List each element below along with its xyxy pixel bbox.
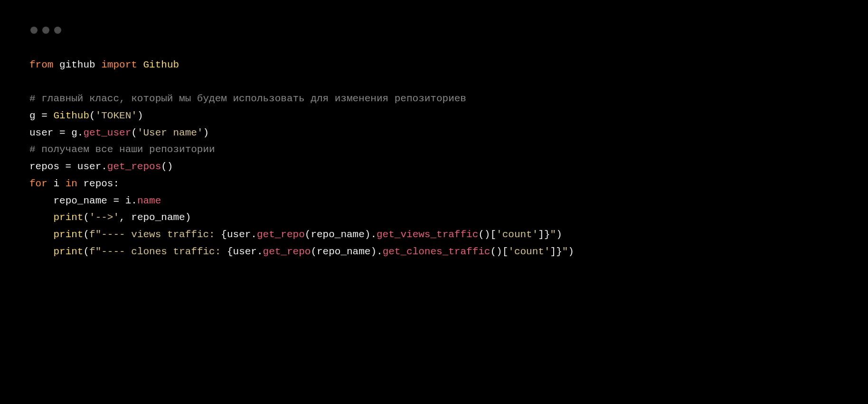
code-line: # получаем все наши репозитории xyxy=(29,144,215,155)
module-name: github xyxy=(59,59,95,70)
fstring-text: ---- views traffic: xyxy=(101,229,221,240)
code-line: print('-->', repo_name) xyxy=(29,212,191,223)
editor-window: from github import Github # главный клас… xyxy=(0,0,868,404)
code-line: g = Github('TOKEN') xyxy=(29,110,143,121)
keyword-in: in xyxy=(66,178,77,189)
function-call: get_clones_traffic xyxy=(383,246,491,257)
comment: # получаем все наши репозитории xyxy=(29,144,215,155)
code-line: repo_name = i.name xyxy=(29,195,161,206)
class-name: Github xyxy=(53,110,89,121)
builtin-print: print xyxy=(53,246,83,257)
attribute: name xyxy=(137,195,161,206)
code-line: # главный класс, который мы будем исполь… xyxy=(29,93,466,104)
builtin-print: print xyxy=(53,229,83,240)
fstring-text: ---- clones traffic: xyxy=(101,246,227,257)
traffic-light-maximize-icon[interactable] xyxy=(54,27,61,34)
code-line: from github import Github xyxy=(29,59,179,70)
variable: repos xyxy=(29,161,59,172)
class-name: Github xyxy=(143,59,179,70)
code-line: print(f"---- views traffic: {user.get_re… xyxy=(29,229,562,240)
string-literal: --> xyxy=(95,212,113,223)
code-line: user = g.get_user('User name') xyxy=(29,127,209,138)
traffic-light-minimize-icon[interactable] xyxy=(42,27,49,34)
code-block: from github import Github # главный клас… xyxy=(29,57,839,260)
code-line: for i in repos: xyxy=(29,178,119,189)
comment: # главный класс, который мы будем исполь… xyxy=(29,93,466,104)
string-literal: TOKEN xyxy=(101,110,131,121)
keyword-from: from xyxy=(29,59,53,70)
function-call: get_repo xyxy=(263,246,311,257)
variable: g xyxy=(29,110,36,121)
function-call: get_views_traffic xyxy=(377,229,478,240)
string-literal: count xyxy=(502,229,532,240)
code-line: repos = user.get_repos() xyxy=(29,161,173,172)
window-titlebar xyxy=(30,27,839,34)
variable: user xyxy=(29,127,53,138)
blank-line xyxy=(29,77,36,87)
function-call: get_repo xyxy=(257,229,305,240)
keyword-for: for xyxy=(29,178,47,189)
traffic-light-close-icon[interactable] xyxy=(30,27,38,34)
string-literal: count xyxy=(514,246,544,257)
string-literal: User name xyxy=(143,127,197,138)
function-call: get_repos xyxy=(107,161,161,172)
code-line: print(f"---- clones traffic: {user.get_r… xyxy=(29,246,574,257)
variable: repo_name xyxy=(53,195,107,206)
builtin-print: print xyxy=(53,212,83,223)
keyword-import: import xyxy=(101,59,137,70)
function-call: get_user xyxy=(83,127,131,138)
